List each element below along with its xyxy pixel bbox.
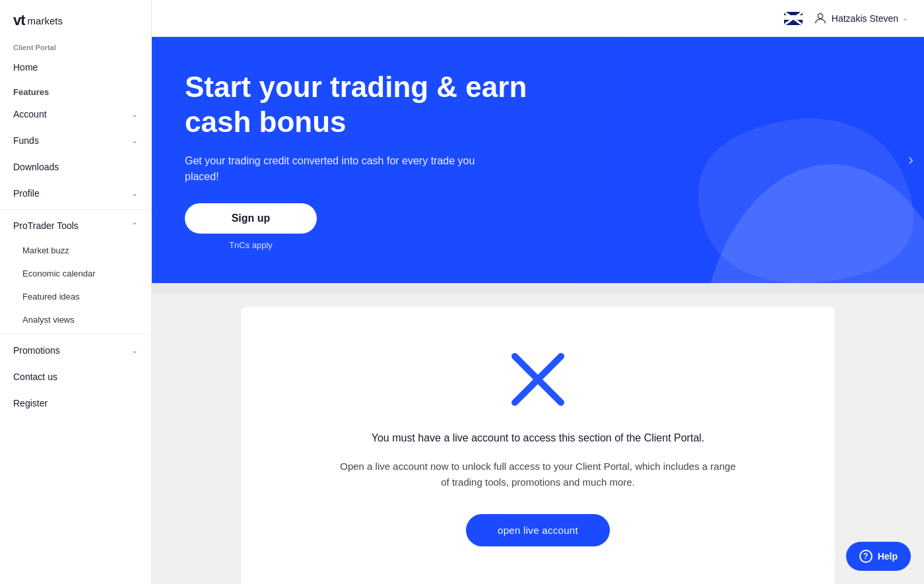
sidebar-item-economic-calendar[interactable]: Economic calendar (0, 262, 151, 285)
banner-title: Start your trading & earncash bonus (185, 70, 614, 140)
protrader-chevron-icon: ⌃ (131, 221, 138, 230)
user-chevron-icon: ⌄ (902, 14, 908, 22)
sidebar-item-contact-us[interactable]: Contact us (0, 364, 151, 390)
sidebar-item-protrader[interactable]: ProTrader Tools ⌃ (0, 212, 151, 239)
page-content: Start your trading & earncash bonus Get … (152, 37, 924, 584)
profile-chevron-icon: ⌄ (131, 189, 138, 198)
banner-subtitle: Get your trading credit converted into c… (185, 153, 502, 185)
sidebar-features-header: Features (0, 81, 151, 101)
card-description: Open a live account now to unlock full a… (340, 459, 736, 490)
main-content: Hatzakis Steven ⌄ Start your trading & e… (152, 0, 924, 584)
user-icon (813, 11, 828, 26)
sidebar-item-market-buzz[interactable]: Market buzz (0, 239, 151, 262)
header: Hatzakis Steven ⌄ (152, 0, 924, 37)
banner-tnc: TnCs apply (185, 240, 317, 250)
user-name: Hatzakis Steven (832, 13, 898, 24)
logo-markets: markets (28, 15, 63, 26)
sidebar-item-account[interactable]: Account ⌄ (0, 101, 151, 127)
sidebar-item-home[interactable]: Home (0, 54, 151, 81)
access-required-card: You must have a live account to access t… (241, 307, 835, 584)
sidebar-item-downloads[interactable]: Downloads (0, 154, 151, 180)
promo-banner: Start your trading & earncash bonus Get … (152, 37, 924, 283)
sidebar-item-promotions[interactable]: Promotions ⌄ (0, 337, 151, 364)
section-gap (152, 283, 924, 294)
sidebar-item-profile[interactable]: Profile ⌄ (0, 180, 151, 207)
help-button[interactable]: ? Help (846, 542, 911, 571)
help-label: Help (878, 551, 898, 562)
banner-left: Start your trading & earncash bonus Get … (152, 37, 647, 283)
funds-chevron-icon: ⌄ (131, 136, 138, 145)
sidebar: vt markets Client Portal Home Features A… (0, 0, 152, 584)
no-access-icon (505, 346, 571, 412)
account-chevron-icon: ⌄ (131, 110, 138, 119)
language-flag[interactable] (784, 12, 803, 25)
user-menu[interactable]: Hatzakis Steven ⌄ (813, 11, 908, 26)
open-live-account-button[interactable]: open live account (466, 514, 610, 546)
signup-button[interactable]: Sign up (185, 203, 317, 234)
logo-vt: vt (13, 12, 25, 29)
access-card-section: You must have a live account to access t… (152, 294, 924, 584)
logo: vt markets (0, 0, 151, 38)
card-title: You must have a live account to access t… (372, 432, 705, 444)
promotions-chevron-icon: ⌄ (131, 346, 138, 355)
banner-next-icon[interactable]: › (908, 150, 913, 169)
sidebar-item-analyst-views[interactable]: Analyst views (0, 308, 151, 331)
sidebar-item-funds[interactable]: Funds ⌄ (0, 127, 151, 154)
sidebar-item-featured-ideas[interactable]: Featured ideas (0, 285, 151, 308)
sidebar-item-register[interactable]: Register (0, 390, 151, 416)
client-portal-label: Client Portal (0, 38, 151, 54)
help-icon: ? (859, 550, 873, 563)
svg-point-0 (818, 13, 822, 18)
